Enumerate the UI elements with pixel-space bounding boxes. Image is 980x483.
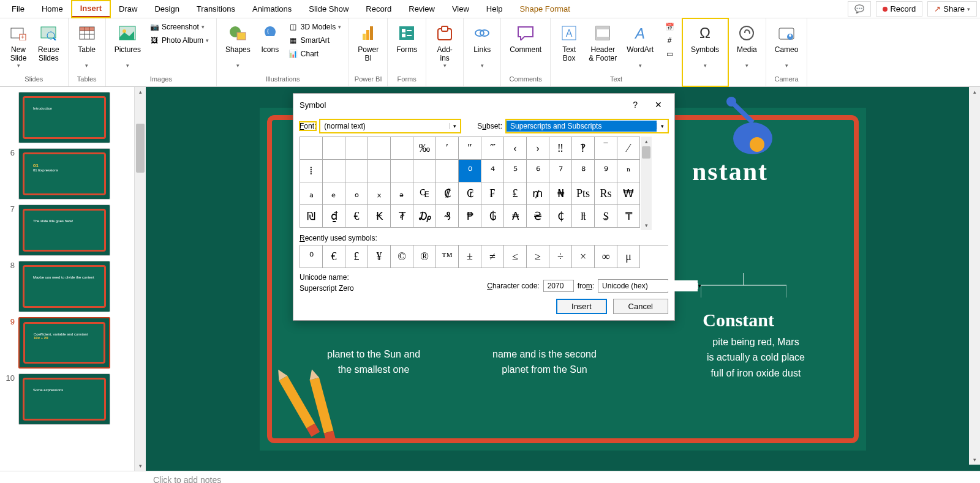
symbol-grid-scrollbar[interactable]: ▴ ▾ <box>641 137 652 230</box>
thumb-image[interactable]: Introduction <box>18 92 110 143</box>
notes-pane[interactable]: Click to add notes <box>0 471 980 483</box>
symbol-cell[interactable]: ₔ <box>391 182 413 205</box>
thumb-image[interactable]: Some expressions <box>18 373 110 425</box>
symbol-cell[interactable]: ₑ <box>323 182 345 205</box>
symbol-cell[interactable]: ₳ <box>504 205 527 228</box>
symbol-cell[interactable]: ₓ <box>368 182 391 205</box>
symbol-cell[interactable]: ₒ <box>345 182 368 205</box>
menu-shape-format[interactable]: Shape Format <box>511 1 579 17</box>
symbol-cell[interactable]: ₸ <box>617 205 640 228</box>
recent-symbol-cell[interactable]: £ <box>345 245 368 268</box>
symbol-cell[interactable]: ₷ <box>595 205 617 228</box>
symbol-cell[interactable]: ₐ <box>300 182 323 205</box>
wordart-button[interactable]: A WordArt▾ <box>623 21 657 71</box>
symbol-cell[interactable]: ₲ <box>481 205 504 228</box>
slide-number-button[interactable]: # <box>662 34 677 47</box>
smartart-button[interactable]: ▦SmartArt <box>286 34 344 47</box>
thumb-row[interactable]: 9 Coefficient, variable and constant10x … <box>0 315 134 371</box>
symbol-cell[interactable] <box>391 137 413 160</box>
thumb-row[interactable]: 6 0101 Expressions <box>0 146 134 202</box>
symbol-cell[interactable]: ₵ <box>549 205 572 228</box>
menu-transitions[interactable]: Transitions <box>188 1 244 17</box>
symbol-cell[interactable]: ₱ <box>459 205 481 228</box>
thumb-image[interactable]: Maybe you need to divide the content <box>18 261 110 312</box>
recent-symbol-cell[interactable]: ± <box>459 245 481 268</box>
symbol-cell[interactable] <box>368 137 391 160</box>
symbol-cell[interactable]: ₦ <box>549 182 572 205</box>
font-input[interactable] <box>320 121 449 132</box>
comments-button[interactable]: 💬 <box>848 1 871 17</box>
thumb-row[interactable]: Introduction <box>0 89 134 146</box>
shapes-button[interactable]: Shapes▾ <box>222 21 254 71</box>
cancel-button[interactable]: Cancel <box>613 299 668 314</box>
thumb-image[interactable]: 0101 Expressions <box>18 148 110 200</box>
symbol-cell[interactable]: ₪ <box>300 205 323 228</box>
symbol-cell[interactable]: ⁹ <box>595 160 617 182</box>
symbol-cell[interactable]: ‽ <box>572 137 595 160</box>
subset-combo[interactable]: ▾ <box>506 119 668 133</box>
symbol-cell[interactable]: ₫ <box>323 205 345 228</box>
canvas-scrollbar[interactable]: ▴ ▾ <box>969 87 980 465</box>
media-button[interactable]: Media▾ <box>733 21 761 71</box>
menu-view[interactable]: View <box>443 1 478 17</box>
menu-draw[interactable]: Draw <box>110 1 146 17</box>
symbol-cell[interactable] <box>323 137 345 160</box>
scrollbar-thumb[interactable] <box>642 146 650 159</box>
menu-insert[interactable]: Insert <box>72 1 110 18</box>
symbol-cell[interactable]: ‼ <box>549 137 572 160</box>
symbol-cell[interactable]: ⁰ <box>459 160 481 182</box>
symbol-cell[interactable]: ′ <box>436 137 459 160</box>
scroll-down-arrow[interactable]: ▾ <box>969 455 980 465</box>
symbol-cell[interactable]: ₡ <box>436 182 459 205</box>
comment-button[interactable]: Comment <box>506 21 545 56</box>
recent-symbol-cell[interactable]: ⁰ <box>300 245 323 268</box>
symbol-cell[interactable] <box>391 160 413 182</box>
symbol-cell[interactable]: ₰ <box>436 205 459 228</box>
symbol-cell[interactable]: ₩ <box>617 182 640 205</box>
symbol-cell[interactable] <box>300 137 323 160</box>
recent-symbol-cell[interactable]: μ <box>617 245 640 268</box>
symbol-cell[interactable]: ₥ <box>527 182 549 205</box>
chevron-down-icon[interactable]: ▾ <box>449 123 460 129</box>
scroll-up-arrow[interactable]: ▴ <box>969 87 980 97</box>
links-button[interactable]: Links▾ <box>469 21 496 71</box>
from-combo[interactable]: ▾ <box>598 279 668 293</box>
object-button[interactable]: ▭ <box>662 48 677 60</box>
screenshot-button[interactable]: 📷Screenshot▾ <box>147 21 211 33</box>
symbol-cell[interactable]: € <box>345 205 368 228</box>
3d-models-button[interactable]: ◫3D Models▾ <box>286 21 344 33</box>
symbol-cell[interactable]: ‹ <box>504 137 527 160</box>
symbol-cell[interactable]: ₯ <box>413 205 436 228</box>
scroll-up-arrow[interactable]: ▴ <box>641 137 652 146</box>
date-time-button[interactable]: 📅 <box>662 21 677 33</box>
from-input[interactable] <box>598 280 698 291</box>
symbol-cell[interactable] <box>345 160 368 182</box>
symbol-cell[interactable]: ⁶ <box>527 160 549 182</box>
symbol-cell[interactable]: ⁷ <box>549 160 572 182</box>
symbol-cell[interactable]: ⁿ <box>617 160 640 182</box>
recent-symbol-cell[interactable]: × <box>572 245 595 268</box>
thumb-row[interactable]: 8 Maybe you need to divide the content <box>0 258 134 315</box>
scrollbar-thumb[interactable] <box>136 124 145 173</box>
recent-symbol-cell[interactable]: ≥ <box>527 245 549 268</box>
menu-animations[interactable]: Animations <box>244 1 300 17</box>
subset-input[interactable] <box>507 121 657 132</box>
recent-symbol-cell[interactable]: © <box>391 245 413 268</box>
header-footer-button[interactable]: Header & Footer <box>585 21 620 65</box>
symbol-cell[interactable]: ⁵ <box>504 160 527 182</box>
dialog-help-button[interactable]: ? <box>627 97 644 112</box>
dialog-close-button[interactable]: ✕ <box>649 97 668 112</box>
symbol-cell[interactable]: ₠ <box>413 182 436 205</box>
chevron-down-icon[interactable]: ▾ <box>698 283 701 289</box>
thumbs-scrollbar[interactable]: ▴ ▾ <box>135 87 146 471</box>
table-button[interactable]: Table▾ <box>74 21 100 71</box>
forms-button[interactable]: Forms <box>393 21 421 56</box>
symbol-cell[interactable]: ₤ <box>504 182 527 205</box>
menu-help[interactable]: Help <box>478 1 511 17</box>
reuse-slides-button[interactable]: Reuse Slides <box>34 21 63 65</box>
symbol-cell[interactable]: ₢ <box>459 182 481 205</box>
scroll-down-arrow[interactable]: ▾ <box>135 461 146 471</box>
symbol-cell[interactable]: ⁞ <box>300 160 323 182</box>
textbox-button[interactable]: A Text Box <box>556 21 582 65</box>
scroll-up-arrow[interactable]: ▴ <box>135 87 146 97</box>
